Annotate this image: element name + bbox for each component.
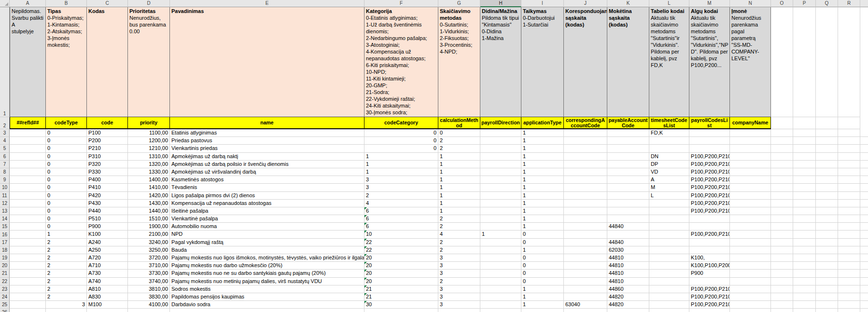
- row-header-10[interactable]: 10: [0, 184, 10, 191]
- cell-N18[interactable]: [730, 246, 771, 254]
- cell-A20[interactable]: [10, 262, 46, 270]
- cell-O5[interactable]: [771, 145, 793, 152]
- cell-O4[interactable]: [771, 137, 793, 145]
- cell-N2[interactable]: companyName: [730, 117, 771, 129]
- cell-I26[interactable]: [521, 309, 564, 312]
- cell-G14[interactable]: 2: [438, 215, 480, 223]
- cell-B20[interactable]: 2: [46, 262, 87, 270]
- cell-A21[interactable]: [10, 270, 46, 277]
- cell-L9[interactable]: A: [649, 176, 689, 184]
- row-header-20[interactable]: 20: [0, 262, 10, 270]
- cell-A4[interactable]: [10, 137, 46, 145]
- cell-P2[interactable]: [793, 117, 816, 129]
- cell-J1[interactable]: Koresponduojanti sąskaita (kodas): [564, 7, 607, 117]
- cell-P20[interactable]: [793, 262, 816, 270]
- cell-E6[interactable]: Apmokėjimas už darbą naktį: [170, 153, 364, 161]
- cell-R8[interactable]: [838, 168, 860, 176]
- cell-H24[interactable]: [480, 293, 521, 301]
- cell-O25[interactable]: [771, 301, 793, 309]
- cell-Q2[interactable]: [816, 117, 838, 129]
- cell-C6[interactable]: P310: [87, 153, 128, 161]
- cell-J19[interactable]: [564, 254, 607, 262]
- cell-I5[interactable]: 1: [521, 145, 564, 152]
- cell-D21[interactable]: 3730,00: [128, 270, 170, 277]
- cell-D2[interactable]: priority: [128, 117, 170, 129]
- row-header-14[interactable]: 14: [0, 215, 10, 223]
- cell-D24[interactable]: 3830,00: [128, 293, 170, 301]
- cell-C7[interactable]: P320: [87, 161, 128, 168]
- cell-N20[interactable]: [730, 262, 771, 270]
- cell-D22[interactable]: 3740,00: [128, 278, 170, 285]
- cell-M5[interactable]: [689, 145, 730, 152]
- cell-G23[interactable]: 3: [438, 285, 480, 293]
- column-header-R[interactable]: R: [838, 0, 860, 7]
- cell-M3[interactable]: [689, 129, 730, 137]
- cell-D20[interactable]: 3710,00: [128, 262, 170, 270]
- cell-R6[interactable]: [838, 153, 860, 161]
- cell-O17[interactable]: [771, 239, 793, 246]
- cell-A16[interactable]: [10, 231, 46, 238]
- cell-O19[interactable]: [771, 254, 793, 262]
- cell-F3[interactable]: 0: [364, 129, 438, 137]
- cell-R2[interactable]: [838, 117, 860, 129]
- cell-B10[interactable]: 0: [46, 184, 87, 191]
- cell-G13[interactable]: 1: [438, 207, 480, 215]
- cell-Q15[interactable]: [816, 223, 838, 231]
- cell-D23[interactable]: 3810,00: [128, 285, 170, 293]
- cell-F1[interactable]: Kategorija0-Etatinis atlyginimas; 1-Už d…: [364, 7, 438, 117]
- cell-F20[interactable]: 20: [364, 262, 438, 270]
- cell-G18[interactable]: 2: [438, 246, 480, 254]
- row-header-17[interactable]: 17: [0, 239, 10, 246]
- cell-D7[interactable]: 1320,00: [128, 161, 170, 168]
- cell-C16[interactable]: K100: [87, 231, 128, 238]
- cell-C9[interactable]: P400: [87, 176, 128, 184]
- column-header-E[interactable]: E: [170, 0, 364, 7]
- cell-B2[interactable]: codeType: [46, 117, 87, 129]
- cell-C2[interactable]: code: [87, 117, 128, 129]
- column-header-C[interactable]: C: [87, 0, 128, 7]
- row-header-3[interactable]: 3: [0, 129, 10, 137]
- cell-B9[interactable]: 0: [46, 176, 87, 184]
- cell-M21[interactable]: P900: [689, 270, 730, 277]
- cell-M2[interactable]: payrollCodesList: [689, 117, 730, 129]
- cell-J2[interactable]: correspondingAccountCode: [564, 117, 607, 129]
- cell-O20[interactable]: [771, 262, 793, 270]
- cell-I25[interactable]: 1: [521, 301, 564, 309]
- cell-R7[interactable]: [838, 161, 860, 168]
- cell-Q9[interactable]: [816, 176, 838, 184]
- cell-Q4[interactable]: [816, 137, 838, 145]
- cell-I17[interactable]: 0: [521, 239, 564, 246]
- row-header-6[interactable]: 6: [0, 153, 10, 161]
- cell-Q22[interactable]: [816, 278, 838, 285]
- cell-R24[interactable]: [838, 293, 860, 301]
- cell-L1[interactable]: Tabelio kodaiAktualu tik skaičiavimo met…: [649, 7, 689, 117]
- cell-R26[interactable]: [838, 309, 860, 312]
- cell-N8[interactable]: [730, 168, 771, 176]
- cell-Q16[interactable]: [816, 231, 838, 238]
- cell-O8[interactable]: [771, 168, 793, 176]
- cell-K5[interactable]: [607, 145, 649, 152]
- cell-P18[interactable]: [793, 246, 816, 254]
- cell-E17[interactable]: Pagal vykdomąjį raštą: [170, 239, 364, 246]
- cell-O2[interactable]: [771, 117, 793, 129]
- cell-D11[interactable]: 1420,00: [128, 192, 170, 200]
- cell-R4[interactable]: [838, 137, 860, 145]
- cell-G5[interactable]: 2: [438, 145, 480, 152]
- cell-I4[interactable]: 1: [521, 137, 564, 145]
- cell-Q17[interactable]: [816, 239, 838, 246]
- cell-K16[interactable]: [607, 231, 649, 238]
- cell-M7[interactable]: P100,P200,P210: [689, 161, 730, 168]
- column-header-L[interactable]: L: [649, 0, 689, 7]
- cell-A26[interactable]: [10, 309, 46, 312]
- cell-J5[interactable]: [564, 145, 607, 152]
- cell-A18[interactable]: [10, 246, 46, 254]
- cell-H3[interactable]: [480, 129, 521, 137]
- cell-M4[interactable]: [689, 137, 730, 145]
- cell-O22[interactable]: [771, 278, 793, 285]
- cell-R15[interactable]: [838, 223, 860, 231]
- cell-I14[interactable]: 1: [521, 215, 564, 223]
- cell-M20[interactable]: K100,P100,P200,P210,P310,P320,P330,P400,…: [689, 262, 730, 270]
- cell-E10[interactable]: Tėvadienis: [170, 184, 364, 191]
- cell-Q3[interactable]: [816, 129, 838, 137]
- cell-J16[interactable]: [564, 231, 607, 238]
